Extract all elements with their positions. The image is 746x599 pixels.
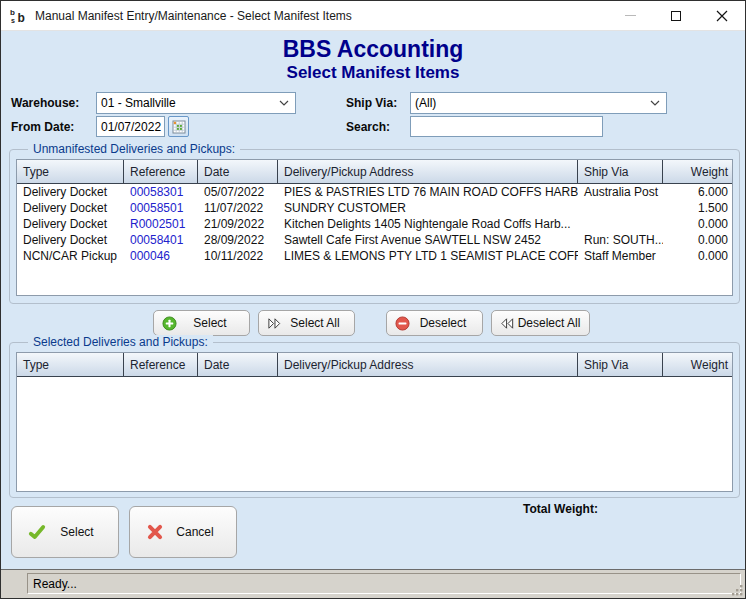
check-icon (28, 523, 46, 541)
deselect-button[interactable]: Deselect (386, 310, 483, 336)
title-bar: b s b Manual Manifest Entry/Maintenance … (1, 1, 745, 31)
svg-text:b: b (18, 11, 25, 25)
status-text: Ready... (33, 577, 77, 591)
dialog-content: BBS Accounting Select Manifest Items War… (1, 31, 745, 569)
column-header-date[interactable]: Date (198, 160, 278, 183)
chevron-down-icon (650, 100, 660, 106)
table-row[interactable]: NCN/CAR Pickup00004610/11/2022LIMES & LE… (17, 248, 732, 264)
confirm-select-label: Select (46, 525, 108, 539)
column-header-weight[interactable]: Weight (663, 353, 732, 376)
warehouse-select[interactable]: 01 - Smallville (96, 92, 296, 114)
double-left-arrow-icon (500, 316, 515, 331)
select-button-label: Select (177, 316, 243, 330)
table-row[interactable]: Delivery DocketR000250121/09/2022Kitchen… (17, 216, 732, 232)
cell-reference[interactable]: 00058301 (124, 184, 198, 200)
column-header-reference[interactable]: Reference (124, 160, 198, 183)
plus-circle-icon (162, 316, 177, 331)
deselect-all-button[interactable]: Deselect All (491, 310, 590, 336)
minimize-icon (625, 15, 636, 16)
double-right-arrow-icon (267, 316, 282, 331)
cell-ship-via (578, 216, 663, 232)
date-picker-button[interactable] (168, 116, 189, 137)
column-header-weight[interactable]: Weight (663, 160, 732, 183)
warehouse-value: 01 - Smallville (101, 96, 279, 110)
search-label: Search: (346, 117, 390, 138)
cell-date: 05/07/2022 (198, 184, 278, 200)
cell-type: Delivery Docket (17, 232, 124, 248)
unmanifested-table: Type Reference Date Delivery/Pickup Addr… (16, 159, 733, 296)
minimize-button[interactable] (607, 1, 653, 30)
selected-table: Type Reference Date Delivery/Pickup Addr… (16, 352, 733, 492)
cell-reference[interactable]: 00058501 (124, 200, 198, 216)
confirm-select-button[interactable]: Select (11, 506, 119, 558)
cancel-button[interactable]: Cancel (129, 506, 237, 558)
cell-address: SUNDRY CUSTOMER (278, 200, 578, 216)
unmanifested-group: Unmanifested Deliveries and Pickups: Typ… (9, 149, 740, 304)
column-header-reference[interactable]: Reference (124, 353, 198, 376)
cancel-x-icon (146, 523, 164, 541)
selected-table-body (17, 377, 732, 491)
select-button[interactable]: Select (153, 310, 250, 336)
cell-reference[interactable]: 000046 (124, 248, 198, 264)
cell-address: LIMES & LEMONS PTY LTD 1 SEAMIST PLACE C… (278, 248, 578, 264)
dialog-window: b s b Manual Manifest Entry/Maintenance … (0, 0, 746, 599)
cell-date: 11/07/2022 (198, 200, 278, 216)
ship-via-value: (All) (415, 96, 650, 110)
cancel-button-label: Cancel (164, 525, 226, 539)
total-weight-label: Total Weight: (523, 502, 598, 516)
ship-via-select[interactable]: (All) (410, 92, 667, 114)
cell-ship-via: Australia Post (578, 184, 663, 200)
column-header-type[interactable]: Type (17, 353, 124, 376)
status-bar: Ready... (1, 569, 745, 598)
cell-ship-via: Staff Member (578, 248, 663, 264)
cell-address: PIES & PASTRIES LTD 76 MAIN ROAD COFFS H… (278, 184, 578, 200)
deselect-all-button-label: Deselect All (515, 316, 583, 330)
column-header-ship-via[interactable]: Ship Via (578, 353, 663, 376)
unmanifested-group-label: Unmanifested Deliveries and Pickups: (28, 142, 240, 156)
cell-weight: 0.000 (663, 232, 732, 248)
column-header-address[interactable]: Delivery/Pickup Address (278, 160, 578, 183)
cell-type: Delivery Docket (17, 216, 124, 232)
cell-reference[interactable]: R0002501 (124, 216, 198, 232)
close-icon (716, 10, 728, 22)
table-row[interactable]: Delivery Docket0005850111/07/2022SUNDRY … (17, 200, 732, 216)
cell-weight: 0.000 (663, 216, 732, 232)
window-controls (607, 1, 745, 30)
table-row[interactable]: Delivery Docket0005840128/09/2022Sawtell… (17, 232, 732, 248)
cell-ship-via (578, 200, 663, 216)
cell-address: Kitchen Delights 1405 Nightengale Road C… (278, 216, 578, 232)
page-subtitle: Select Manifest Items (1, 63, 745, 83)
select-all-button[interactable]: Select All (258, 310, 355, 336)
cell-type: Delivery Docket (17, 200, 124, 216)
cell-reference[interactable]: 00058401 (124, 232, 198, 248)
cell-type: Delivery Docket (17, 184, 124, 200)
cell-address: Sawtell Cafe First Avenue SAWTELL NSW 24… (278, 232, 578, 248)
minus-circle-icon (395, 316, 410, 331)
maximize-icon (671, 11, 681, 21)
chevron-down-icon (279, 100, 289, 106)
resize-grip[interactable] (731, 584, 744, 597)
unmanifested-table-header: Type Reference Date Delivery/Pickup Addr… (17, 160, 732, 184)
window-title: Manual Manifest Entry/Maintenance - Sele… (35, 9, 352, 23)
svg-text:s: s (11, 17, 15, 24)
selected-group: Selected Deliveries and Pickups: Type Re… (9, 342, 740, 498)
svg-text:b: b (10, 8, 15, 17)
bbs-app-icon: b s b (9, 7, 27, 25)
search-input[interactable] (410, 116, 603, 137)
column-header-type[interactable]: Type (17, 160, 124, 183)
cell-weight: 6.000 (663, 184, 732, 200)
deselect-button-label: Deselect (410, 316, 476, 330)
from-date-input[interactable]: 01/07/2022 (96, 116, 165, 137)
close-button[interactable] (699, 1, 745, 30)
cell-weight: 0.000 (663, 248, 732, 264)
column-header-address[interactable]: Delivery/Pickup Address (278, 353, 578, 376)
cell-type: NCN/CAR Pickup (17, 248, 124, 264)
maximize-button[interactable] (653, 1, 699, 30)
column-header-ship-via[interactable]: Ship Via (578, 160, 663, 183)
warehouse-label: Warehouse: (11, 93, 79, 114)
table-row[interactable]: Delivery Docket0005830105/07/2022PIES & … (17, 184, 732, 200)
page-title: BBS Accounting (1, 36, 745, 63)
from-date-value: 01/07/2022 (101, 120, 161, 134)
column-header-date[interactable]: Date (198, 353, 278, 376)
selected-group-label: Selected Deliveries and Pickups: (28, 335, 213, 349)
